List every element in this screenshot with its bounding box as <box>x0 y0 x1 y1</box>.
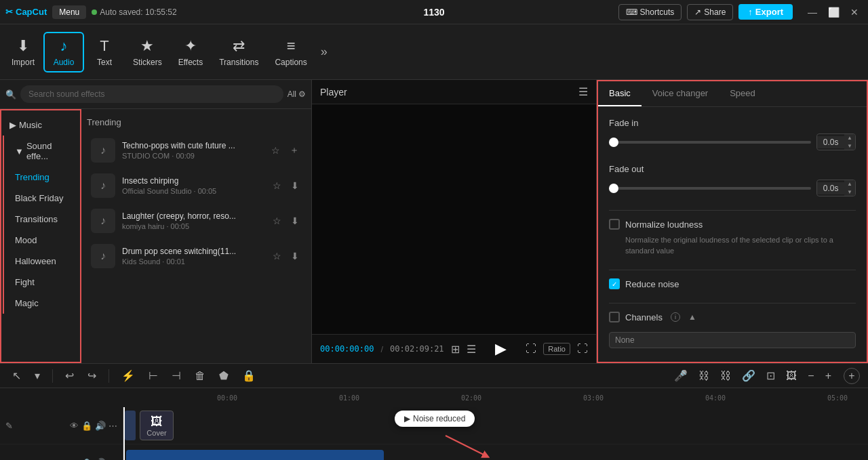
fade-out-slider[interactable] <box>609 187 811 190</box>
sound-add-0[interactable]: ＋ <box>287 143 302 158</box>
minimize-button[interactable]: — <box>804 5 821 19</box>
track-audio-vol-icon[interactable]: 🔊 <box>95 458 106 461</box>
track-audio-icon[interactable]: 🔊 <box>95 421 106 431</box>
redo-button[interactable]: ↪ <box>83 367 100 384</box>
player-grid-button[interactable]: ⊞ <box>451 343 460 356</box>
list-item[interactable]: ♪ Insects chirping Official Sound Studio… <box>87 168 306 203</box>
maximize-button[interactable]: ⬜ <box>824 5 844 19</box>
unlink-button[interactable]: 🔗 <box>738 367 760 384</box>
zoom-out-button[interactable]: − <box>804 368 818 384</box>
player-time-current: 00:00:00:00 <box>320 344 374 354</box>
sidebar-item-magic[interactable]: Magic <box>3 293 80 314</box>
fade-in-slider[interactable] <box>609 141 811 144</box>
fade-in-down[interactable]: ▼ <box>844 142 855 150</box>
ruler-mark-4: 04:00 <box>705 394 726 402</box>
export-icon: ↑ <box>748 7 753 17</box>
microphone-button[interactable]: 🎤 <box>670 367 692 384</box>
toolbar-text[interactable]: T Text <box>84 33 125 71</box>
zoom-in-button[interactable]: + <box>821 368 835 384</box>
add-clip-button[interactable]: + <box>844 368 860 384</box>
shape-button[interactable]: ⬟ <box>215 367 233 384</box>
export-button[interactable]: ↑ Export <box>738 4 793 20</box>
fade-out-slider-row: 0.0s ▲ ▼ <box>609 180 856 196</box>
sound-star-2[interactable]: ☆ <box>270 214 284 228</box>
close-button[interactable]: ✕ <box>846 5 863 19</box>
sidebar-item-halloween[interactable]: Halloween <box>3 251 80 272</box>
effects-label: Effects <box>178 58 203 67</box>
player-ratio-button[interactable]: Ratio <box>543 343 570 355</box>
tab-voice-changer[interactable]: Voice changer <box>642 81 719 106</box>
shortcuts-button[interactable]: ⌨ Shortcuts <box>618 4 682 20</box>
sound-star-0[interactable]: ☆ <box>269 143 283 158</box>
clip-button[interactable]: 🔒 <box>238 367 260 384</box>
filter-button[interactable]: All ⚙ <box>288 89 306 99</box>
player-list-button[interactable]: ☰ <box>467 343 476 356</box>
undo-button[interactable]: ↩ <box>61 367 78 384</box>
fade-out-down[interactable]: ▼ <box>844 188 855 196</box>
toolbar-effects[interactable]: ✦ Effects <box>170 33 211 71</box>
reduce-noise-checkbox[interactable] <box>609 278 620 289</box>
window-controls: — ⬜ ✕ <box>804 5 863 19</box>
select-tool-button[interactable]: ↖ <box>8 367 25 384</box>
sidebar: ▶ Music ▼ Sound effe... Trending Black F… <box>0 109 81 363</box>
delete-button[interactable]: 🗑 <box>191 368 210 384</box>
sidebar-item-black-friday[interactable]: Black Friday <box>3 188 80 209</box>
fade-in-up[interactable]: ▲ <box>844 134 855 142</box>
sidebar-item-music[interactable]: ▶ Music <box>1 114 80 135</box>
track-edit-icon[interactable]: ✎ <box>5 421 13 431</box>
channels-info-icon[interactable]: i <box>671 312 680 322</box>
play-button[interactable]: ▶ <box>495 340 507 358</box>
track-audio-more-icon[interactable]: ⋯ <box>108 458 117 461</box>
toolbar-transitions[interactable]: ⇄ Transitions <box>211 33 267 71</box>
sound-download-2[interactable]: ⬇ <box>288 214 302 228</box>
sound-star-3[interactable]: ☆ <box>270 249 284 263</box>
align-left-button[interactable]: ⊢ <box>144 367 162 384</box>
fade-out-up[interactable]: ▲ <box>844 180 855 188</box>
player-fullscreen-button[interactable]: ⛶ <box>577 343 588 355</box>
list-item[interactable]: ♪ Laughter (creepy, horror, reso... komi… <box>87 203 306 238</box>
track-eye-icon[interactable]: 👁 <box>70 421 79 431</box>
channels-expand-icon[interactable]: ▲ <box>688 312 696 322</box>
sidebar-item-trending[interactable]: Trending <box>3 167 80 188</box>
split-button[interactable]: ⚡ <box>117 367 139 384</box>
menu-button[interactable]: Menu <box>52 5 86 19</box>
chain-button[interactable]: ⛓ <box>716 368 735 384</box>
track-more-icon[interactable]: ⋯ <box>108 421 117 431</box>
sound-download-3[interactable]: ⬇ <box>288 249 302 263</box>
sidebar-item-mood[interactable]: Mood <box>3 230 80 251</box>
toolbar-import[interactable]: ⬇ Import <box>3 33 43 71</box>
select-dropdown[interactable]: ▾ <box>31 367 44 384</box>
list-item[interactable]: ♪ Techno-pops with cute future ... STUDI… <box>87 133 306 168</box>
list-item[interactable]: ♪ Drum pop scene switching(11... Kids So… <box>87 238 306 274</box>
sound-name-0: Techno-pops with cute future ... <box>122 141 262 150</box>
player-menu-button[interactable]: ☰ <box>578 85 588 98</box>
normalize-checkbox[interactable] <box>609 219 620 230</box>
link-button[interactable]: ⛓ <box>694 368 713 384</box>
more-tools-button[interactable]: » <box>315 42 333 62</box>
sidebar-item-fight[interactable]: Fight <box>3 272 80 293</box>
track-audio-lock-icon[interactable]: 🔒 <box>81 458 92 461</box>
align-button[interactable]: ⊡ <box>762 367 779 384</box>
channels-label: Channels <box>625 312 663 322</box>
player-fit-button[interactable]: ⛶ <box>526 343 536 355</box>
image-button[interactable]: 🖼 <box>782 368 801 384</box>
sidebar-item-sound-effects[interactable]: ▼ Sound effe... <box>3 135 80 167</box>
audio-clip[interactable]: Workout EDM with a sense of speed(101650… <box>126 450 384 461</box>
toolbar-stickers[interactable]: ★ Stickers <box>125 33 170 71</box>
search-input[interactable] <box>20 85 283 103</box>
toolbar-captions[interactable]: ≡ Captions <box>267 33 315 71</box>
cover-clip[interactable]: 🖼 Cover <box>140 411 174 440</box>
sound-star-1[interactable]: ☆ <box>270 179 284 192</box>
track-lock-icon[interactable]: 🔒 <box>81 421 92 431</box>
align-right-button[interactable]: ⊣ <box>167 367 185 384</box>
channels-checkbox[interactable] <box>609 312 620 322</box>
tab-speed[interactable]: Speed <box>719 81 766 106</box>
cover-clip-thumb[interactable] <box>125 411 136 440</box>
tab-basic[interactable]: Basic <box>598 81 642 106</box>
normalize-row: Normalize loudness <box>609 219 856 230</box>
channels-select[interactable]: None <box>609 332 856 348</box>
sidebar-item-transitions[interactable]: Transitions <box>3 209 80 230</box>
share-button[interactable]: ↗ Share <box>687 4 733 20</box>
sound-download-1[interactable]: ⬇ <box>288 179 302 192</box>
toolbar-audio[interactable]: ♪ Audio <box>43 32 84 72</box>
